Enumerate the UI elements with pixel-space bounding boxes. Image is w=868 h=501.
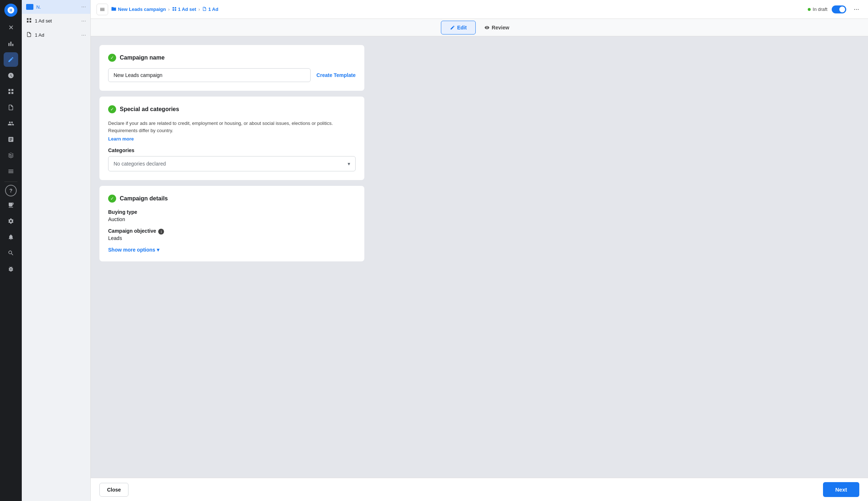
special-ad-title: Special ad categories xyxy=(120,106,179,113)
close-icon[interactable]: ✕ xyxy=(4,20,18,35)
content-icon[interactable] xyxy=(4,132,18,147)
breadcrumb-adset-icon xyxy=(172,7,177,12)
bell-icon[interactable] xyxy=(4,230,18,244)
buying-type-row: Buying type Auction xyxy=(108,209,356,222)
sidebar-item-ad-label: 1 Ad xyxy=(35,32,78,38)
breadcrumb-campaign[interactable]: New Leads campaign xyxy=(111,6,166,13)
categories-select-value: No categories declared xyxy=(114,161,166,167)
campaign-objective-label: Campaign objective xyxy=(108,228,156,234)
svg-rect-2 xyxy=(12,44,13,46)
adset-icon xyxy=(26,17,32,24)
breadcrumb-adset-label: 1 Ad set xyxy=(178,7,196,12)
chart-icon[interactable] xyxy=(4,36,18,51)
tab-edit[interactable]: Edit xyxy=(441,21,476,34)
campaign-details-card: ✓ Campaign details Buying type Auction C… xyxy=(99,186,364,261)
campaign-name-header: ✓ Campaign name xyxy=(108,54,356,62)
sidebar-item-campaign-label: N. xyxy=(36,4,78,10)
special-ad-check-icon: ✓ xyxy=(108,105,116,113)
sidebar-item-adset-more[interactable]: ··· xyxy=(81,18,86,24)
news-icon[interactable] xyxy=(4,198,18,212)
stacked-icon[interactable] xyxy=(4,148,18,163)
divider xyxy=(4,182,17,182)
meta-logo xyxy=(4,4,17,17)
campaign-name-title: Campaign name xyxy=(120,54,165,61)
tab-edit-label: Edit xyxy=(457,25,467,30)
campaign-name-check-icon: ✓ xyxy=(108,54,116,62)
close-button[interactable]: Close xyxy=(99,483,128,497)
tab-review[interactable]: Review xyxy=(476,21,518,34)
categories-select[interactable]: No categories declared ▾ xyxy=(108,156,356,171)
next-button[interactable]: Next xyxy=(823,482,859,497)
edit-review-bar: Edit Review xyxy=(91,19,868,36)
svg-rect-0 xyxy=(8,43,9,46)
breadcrumb-adset[interactable]: 1 Ad set xyxy=(172,7,196,12)
breadcrumb-ad-label: 1 Ad xyxy=(208,7,218,12)
show-more-options-link[interactable]: Show more options ▾ xyxy=(108,247,356,253)
panel-toggle-button[interactable] xyxy=(97,4,108,15)
clock-icon[interactable] xyxy=(4,68,18,83)
campaign-name-input[interactable] xyxy=(108,68,311,82)
help-icon[interactable]: ? xyxy=(5,185,17,196)
sidebar-item-adset[interactable]: 1 Ad set ··· xyxy=(22,14,90,28)
special-ad-categories-card: ✓ Special ad categories Declare if your … xyxy=(99,97,364,180)
categories-chevron-icon: ▾ xyxy=(348,161,350,167)
footer: Close Next xyxy=(91,478,868,501)
special-ad-description: Declare if your ads are related to credi… xyxy=(108,120,356,134)
top-bar: New Leads campaign › 1 Ad set › 1 Ad In … xyxy=(91,0,868,19)
top-bar-right: In draft ··· xyxy=(808,4,862,15)
search-icon[interactable] xyxy=(4,246,18,260)
special-ad-header: ✓ Special ad categories xyxy=(108,105,356,113)
ad-icon xyxy=(26,32,32,38)
campaign-details-title: Campaign details xyxy=(120,195,168,202)
show-more-label: Show more options xyxy=(108,247,155,253)
draft-toggle[interactable] xyxy=(832,5,846,13)
breadcrumb-sep-2: › xyxy=(198,7,200,12)
breadcrumb-ad[interactable]: 1 Ad xyxy=(202,7,218,12)
more-options-button[interactable]: ··· xyxy=(851,4,862,15)
menu-icon[interactable] xyxy=(4,164,18,179)
bug-icon[interactable] xyxy=(4,262,18,276)
status-badge: In draft xyxy=(808,7,827,12)
breadcrumb: New Leads campaign › 1 Ad set › 1 Ad xyxy=(111,6,218,13)
settings-icon[interactable] xyxy=(4,214,18,228)
buying-type-label: Buying type xyxy=(108,209,356,215)
sidebar-item-adset-label: 1 Ad set xyxy=(35,18,78,24)
info-icon[interactable]: i xyxy=(158,229,164,235)
show-more-chevron-icon: ▾ xyxy=(157,247,159,253)
sidebar-item-ad-more[interactable]: ··· xyxy=(81,32,86,38)
create-template-link[interactable]: Create Template xyxy=(316,72,356,78)
left-navigation: ✕ ? xyxy=(0,0,22,501)
status-label: In draft xyxy=(813,7,827,12)
buying-type-value: Auction xyxy=(108,216,356,222)
second-sidebar: N. ··· 1 Ad set ··· 1 Ad ··· xyxy=(22,0,91,501)
edit-icon[interactable] xyxy=(4,52,18,67)
breadcrumb-ad-icon xyxy=(202,7,207,12)
breadcrumb-sep-1: › xyxy=(168,7,169,12)
people-icon[interactable] xyxy=(4,116,18,131)
campaign-name-card: ✓ Campaign name Create Template xyxy=(99,45,364,91)
svg-rect-1 xyxy=(11,42,12,46)
learn-more-link[interactable]: Learn more xyxy=(108,136,134,142)
breadcrumb-campaign-label: New Leads campaign xyxy=(118,7,166,12)
categories-label: Categories xyxy=(108,147,356,153)
folder-icon xyxy=(26,4,33,10)
campaign-objective-label-row: Campaign objective i xyxy=(108,228,356,235)
campaign-objective-value: Leads xyxy=(108,235,356,241)
grid-icon[interactable] xyxy=(4,84,18,99)
campaign-objective-row: Campaign objective i Leads xyxy=(108,228,356,241)
campaign-name-row: Create Template xyxy=(108,68,356,82)
main-area: New Leads campaign › 1 Ad set › 1 Ad In … xyxy=(91,0,868,501)
campaign-details-check-icon: ✓ xyxy=(108,195,116,203)
status-dot xyxy=(808,8,811,11)
doc-icon[interactable] xyxy=(4,100,18,115)
sidebar-item-ad[interactable]: 1 Ad ··· xyxy=(22,28,90,42)
tab-review-label: Review xyxy=(492,25,509,30)
breadcrumb-campaign-icon xyxy=(111,6,116,13)
sidebar-item-campaign[interactable]: N. ··· xyxy=(22,0,90,14)
sidebar-item-campaign-more[interactable]: ··· xyxy=(81,4,86,10)
content-area: ✓ Campaign name Create Template ✓ Specia… xyxy=(91,36,868,478)
campaign-details-header: ✓ Campaign details xyxy=(108,195,356,203)
